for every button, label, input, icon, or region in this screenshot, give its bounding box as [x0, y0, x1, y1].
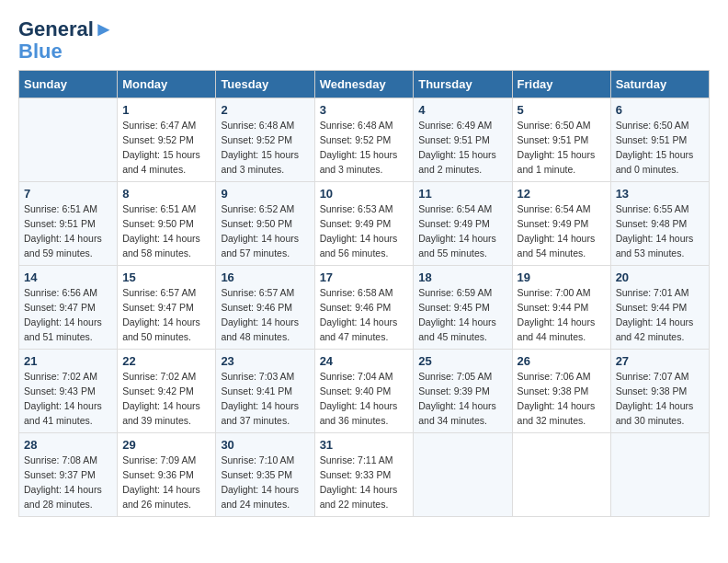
col-header-friday: Friday — [512, 71, 610, 98]
day-number: 27 — [616, 354, 704, 368]
day-cell — [414, 433, 512, 517]
day-number: 23 — [221, 354, 309, 368]
day-info: Sunrise: 6:49 AMSunset: 9:51 PMDaylight:… — [418, 119, 506, 177]
day-info: Sunrise: 6:57 AMSunset: 9:47 PMDaylight:… — [122, 286, 210, 344]
day-info: Sunrise: 6:52 AMSunset: 9:50 PMDaylight:… — [221, 202, 309, 260]
day-cell: 31Sunrise: 7:11 AMSunset: 9:33 PMDayligh… — [314, 433, 414, 517]
week-row-5: 28Sunrise: 7:08 AMSunset: 9:37 PMDayligh… — [19, 433, 710, 517]
day-cell: 14Sunrise: 6:56 AMSunset: 9:47 PMDayligh… — [19, 266, 118, 350]
day-cell: 16Sunrise: 6:57 AMSunset: 9:46 PMDayligh… — [216, 266, 314, 350]
day-cell: 17Sunrise: 6:58 AMSunset: 9:46 PMDayligh… — [314, 266, 414, 350]
day-cell: 28Sunrise: 7:08 AMSunset: 9:37 PMDayligh… — [19, 433, 118, 517]
day-cell: 5Sunrise: 6:50 AMSunset: 9:51 PMDaylight… — [512, 98, 610, 182]
day-info: Sunrise: 7:00 AMSunset: 9:44 PMDaylight:… — [518, 286, 606, 344]
day-info: Sunrise: 7:01 AMSunset: 9:44 PMDaylight:… — [616, 286, 704, 344]
day-number: 18 — [418, 270, 506, 284]
day-number: 30 — [221, 438, 309, 452]
week-row-1: 1Sunrise: 6:47 AMSunset: 9:52 PMDaylight… — [19, 98, 710, 182]
day-cell: 26Sunrise: 7:06 AMSunset: 9:38 PMDayligh… — [512, 350, 610, 433]
day-number: 1 — [122, 103, 210, 117]
day-info: Sunrise: 6:53 AMSunset: 9:49 PMDaylight:… — [320, 202, 409, 260]
day-info: Sunrise: 7:11 AMSunset: 9:33 PMDaylight:… — [320, 454, 409, 511]
day-number: 21 — [24, 354, 112, 368]
day-cell: 3Sunrise: 6:48 AMSunset: 9:52 PMDaylight… — [314, 98, 414, 182]
day-cell: 23Sunrise: 7:03 AMSunset: 9:41 PMDayligh… — [216, 350, 314, 433]
day-number: 15 — [122, 270, 210, 284]
day-cell: 20Sunrise: 7:01 AMSunset: 9:44 PMDayligh… — [610, 266, 709, 350]
day-cell: 8Sunrise: 6:51 AMSunset: 9:50 PMDaylight… — [118, 182, 216, 266]
day-number: 8 — [122, 187, 210, 201]
day-cell — [610, 433, 709, 517]
day-info: Sunrise: 6:56 AMSunset: 9:47 PMDaylight:… — [24, 286, 112, 344]
day-cell: 6Sunrise: 6:50 AMSunset: 9:51 PMDaylight… — [610, 98, 709, 182]
week-row-2: 7Sunrise: 6:51 AMSunset: 9:51 PMDaylight… — [19, 182, 710, 266]
col-header-tuesday: Tuesday — [216, 71, 314, 98]
col-header-saturday: Saturday — [610, 71, 709, 98]
day-info: Sunrise: 7:02 AMSunset: 9:43 PMDaylight:… — [24, 370, 112, 428]
day-info: Sunrise: 6:55 AMSunset: 9:48 PMDaylight:… — [616, 202, 704, 260]
day-number: 24 — [320, 354, 409, 368]
col-header-sunday: Sunday — [19, 71, 118, 98]
day-number: 13 — [616, 187, 704, 201]
day-cell — [19, 98, 118, 182]
day-cell: 27Sunrise: 7:07 AMSunset: 9:38 PMDayligh… — [610, 350, 709, 433]
day-number: 17 — [320, 270, 409, 284]
day-number: 20 — [616, 270, 704, 284]
day-info: Sunrise: 7:04 AMSunset: 9:40 PMDaylight:… — [320, 370, 409, 428]
col-header-monday: Monday — [118, 71, 216, 98]
day-cell: 10Sunrise: 6:53 AMSunset: 9:49 PMDayligh… — [314, 182, 414, 266]
day-cell: 1Sunrise: 6:47 AMSunset: 9:52 PMDaylight… — [118, 98, 216, 182]
day-info: Sunrise: 7:02 AMSunset: 9:42 PMDaylight:… — [122, 370, 210, 428]
day-number: 22 — [122, 354, 210, 368]
day-number: 9 — [221, 187, 309, 201]
day-number: 10 — [320, 187, 409, 201]
page-header: General► Blue — [18, 18, 710, 63]
day-cell: 9Sunrise: 6:52 AMSunset: 9:50 PMDaylight… — [216, 182, 314, 266]
day-cell: 19Sunrise: 7:00 AMSunset: 9:44 PMDayligh… — [512, 266, 610, 350]
day-info: Sunrise: 7:10 AMSunset: 9:35 PMDaylight:… — [221, 454, 309, 511]
day-info: Sunrise: 7:09 AMSunset: 9:36 PMDaylight:… — [122, 454, 210, 511]
day-number: 25 — [418, 354, 506, 368]
day-number: 3 — [320, 103, 409, 117]
day-cell: 30Sunrise: 7:10 AMSunset: 9:35 PMDayligh… — [216, 433, 314, 517]
day-cell: 13Sunrise: 6:55 AMSunset: 9:48 PMDayligh… — [610, 182, 709, 266]
day-info: Sunrise: 6:48 AMSunset: 9:52 PMDaylight:… — [221, 119, 309, 177]
day-info: Sunrise: 6:54 AMSunset: 9:49 PMDaylight:… — [518, 202, 606, 260]
day-number: 6 — [616, 103, 704, 117]
day-number: 16 — [221, 270, 309, 284]
day-info: Sunrise: 7:03 AMSunset: 9:41 PMDaylight:… — [221, 370, 309, 428]
logo-blue: Blue — [18, 40, 114, 63]
day-info: Sunrise: 6:57 AMSunset: 9:46 PMDaylight:… — [221, 286, 309, 344]
day-info: Sunrise: 6:51 AMSunset: 9:50 PMDaylight:… — [122, 202, 210, 260]
week-row-4: 21Sunrise: 7:02 AMSunset: 9:43 PMDayligh… — [19, 350, 710, 433]
day-info: Sunrise: 7:06 AMSunset: 9:38 PMDaylight:… — [518, 370, 606, 428]
day-cell: 12Sunrise: 6:54 AMSunset: 9:49 PMDayligh… — [512, 182, 610, 266]
day-number: 2 — [221, 103, 309, 117]
day-cell: 15Sunrise: 6:57 AMSunset: 9:47 PMDayligh… — [118, 266, 216, 350]
day-cell: 29Sunrise: 7:09 AMSunset: 9:36 PMDayligh… — [118, 433, 216, 517]
logo: General► Blue — [18, 18, 114, 63]
day-number: 12 — [518, 187, 606, 201]
day-cell: 18Sunrise: 6:59 AMSunset: 9:45 PMDayligh… — [414, 266, 512, 350]
header-row: SundayMondayTuesdayWednesdayThursdayFrid… — [19, 71, 710, 98]
day-number: 4 — [418, 103, 506, 117]
day-cell — [512, 433, 610, 517]
col-header-thursday: Thursday — [414, 71, 512, 98]
col-header-wednesday: Wednesday — [314, 71, 414, 98]
day-number: 7 — [24, 187, 112, 201]
day-number: 11 — [418, 187, 506, 201]
calendar-table: SundayMondayTuesdayWednesdayThursdayFrid… — [18, 70, 710, 517]
day-info: Sunrise: 7:08 AMSunset: 9:37 PMDaylight:… — [24, 454, 112, 511]
day-cell: 25Sunrise: 7:05 AMSunset: 9:39 PMDayligh… — [414, 350, 512, 433]
week-row-3: 14Sunrise: 6:56 AMSunset: 9:47 PMDayligh… — [19, 266, 710, 350]
day-cell: 4Sunrise: 6:49 AMSunset: 9:51 PMDaylight… — [414, 98, 512, 182]
day-info: Sunrise: 6:50 AMSunset: 9:51 PMDaylight:… — [518, 119, 606, 177]
day-number: 31 — [320, 438, 409, 452]
day-number: 28 — [24, 438, 112, 452]
logo-text: General► — [18, 18, 114, 40]
day-cell: 11Sunrise: 6:54 AMSunset: 9:49 PMDayligh… — [414, 182, 512, 266]
day-info: Sunrise: 6:47 AMSunset: 9:52 PMDaylight:… — [122, 119, 210, 177]
day-info: Sunrise: 6:48 AMSunset: 9:52 PMDaylight:… — [320, 119, 409, 177]
day-cell: 24Sunrise: 7:04 AMSunset: 9:40 PMDayligh… — [314, 350, 414, 433]
day-cell: 22Sunrise: 7:02 AMSunset: 9:42 PMDayligh… — [118, 350, 216, 433]
